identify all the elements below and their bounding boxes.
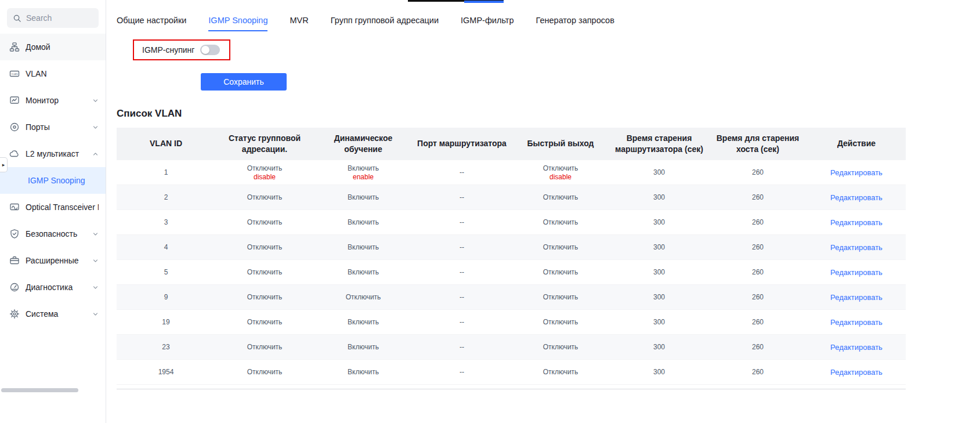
- action-cell: Редактировать: [807, 210, 906, 235]
- host-aging-cell: 260: [708, 335, 807, 360]
- chevron-down-icon: [92, 231, 99, 237]
- vlan-id-cell: 19: [117, 310, 215, 335]
- cell-value: 260: [713, 293, 802, 301]
- sidebar-item-home[interactable]: Домой: [0, 34, 106, 60]
- edit-link[interactable]: Редактировать: [830, 293, 883, 302]
- cell-value: Отключить: [220, 218, 309, 226]
- sidebar-item-advanced[interactable]: Расширенные: [0, 247, 106, 274]
- sidebar-item-optical-transceiver[interactable]: Optical Transceiver Ma: [0, 194, 106, 220]
- cell-value: 300: [614, 293, 704, 301]
- table-row: 5ОтключитьВключить--Отключить300260Редак…: [117, 260, 906, 285]
- router-aging-cell: 300: [610, 185, 708, 210]
- edit-link[interactable]: Редактировать: [830, 343, 883, 352]
- sidebar-item-label: Расширенные: [26, 256, 86, 265]
- host-aging-cell: 260: [708, 160, 807, 185]
- multicast-status-cell: Отключить: [215, 360, 314, 385]
- app-window: Search ДомойVLANVLANМониторПортыL2 мульт…: [0, 0, 980, 423]
- tab-general[interactable]: Общие настройки: [117, 16, 186, 31]
- router-aging-cell: 300: [610, 260, 708, 285]
- edit-link[interactable]: Редактировать: [830, 193, 883, 202]
- sidebar-item-system[interactable]: Система: [0, 301, 106, 327]
- edit-link[interactable]: Редактировать: [830, 243, 883, 252]
- tab-querier[interactable]: Генератор запросов: [536, 16, 614, 31]
- top-edge-artifact-blue: [464, 1, 504, 3]
- sidebar-item-security[interactable]: Безопасность: [0, 220, 106, 247]
- fast-leave-cell: Отключить: [511, 260, 610, 285]
- action-cell: Редактировать: [807, 160, 906, 185]
- cell-value: Отключить: [516, 343, 605, 351]
- cell-value: 260: [713, 343, 802, 351]
- shield-icon: [9, 229, 20, 239]
- sidebar-item-l2-multicast[interactable]: L2 мультикаст: [0, 140, 106, 167]
- router-aging-cell: 300: [610, 310, 708, 335]
- igmp-snooping-toggle[interactable]: [200, 45, 220, 55]
- cell-value: Отключить: [220, 318, 309, 326]
- router-port-cell: --: [413, 210, 511, 235]
- tab-igmp-snooping[interactable]: IGMP Snooping: [208, 16, 267, 31]
- dynamic-learning-cell: Включить: [314, 210, 413, 235]
- search-input[interactable]: Search: [7, 8, 99, 28]
- router-port-cell: --: [413, 310, 511, 335]
- cell-value: 300: [614, 218, 704, 226]
- dynamic-learning-cell: Включить: [314, 335, 413, 360]
- gear-icon: [9, 309, 20, 319]
- cell-value: --: [417, 218, 507, 226]
- cell-value: 300: [614, 168, 704, 176]
- fast-leave-cell: Отключить: [511, 185, 610, 210]
- vlan-icon: VLAN: [9, 68, 20, 79]
- sidebar-item-label: Optical Transceiver Ma: [26, 203, 99, 212]
- column-header-2: Динамическое обучение: [314, 128, 413, 160]
- sidebar-item-label: Диагностика: [26, 283, 86, 292]
- table-bottom-edge: [117, 389, 906, 389]
- tab-multicast-group[interactable]: Групп групповой адресации: [331, 16, 439, 31]
- table-row: 3ОтключитьВключить--Отключить300260Редак…: [117, 210, 906, 235]
- sidebar-item-diagnostics[interactable]: Диагностика: [0, 274, 106, 301]
- sidebar-item-igmp-snooping[interactable]: IGMP Snooping: [0, 167, 106, 194]
- edit-link[interactable]: Редактировать: [830, 168, 883, 177]
- sidebar-item-ports[interactable]: Порты: [0, 114, 106, 140]
- table-row: 4ОтключитьВключить--Отключить300260Редак…: [117, 235, 906, 260]
- cell-value: 300: [614, 343, 704, 351]
- cell-value: 300: [614, 243, 704, 251]
- cell-value: Включить: [319, 343, 408, 351]
- vlan-id-cell: 5: [117, 260, 215, 285]
- vlan-id-cell: 9: [117, 285, 215, 310]
- cell-value: Отключить: [220, 368, 309, 376]
- router-port-cell: --: [413, 235, 511, 260]
- sidebar-item-label: Безопасность: [26, 229, 86, 238]
- tab-igmp-filter[interactable]: IGMP-фильтр: [461, 16, 514, 31]
- cell-value: --: [417, 168, 507, 176]
- dynamic-learning-cell: Отключить: [314, 285, 413, 310]
- router-port-cell: --: [413, 285, 511, 310]
- cell-value: Отключить: [319, 293, 408, 301]
- multicast-status-cell: Отключить: [215, 310, 314, 335]
- cell-value: Отключить: [516, 193, 605, 201]
- fast-leave-cell: Отключить: [511, 310, 610, 335]
- sidebar-horizontal-scrollbar[interactable]: [1, 388, 78, 392]
- sidebar-item-vlan[interactable]: VLANVLAN: [0, 60, 106, 87]
- tab-mvr[interactable]: MVR: [290, 16, 308, 31]
- cell-value: 300: [614, 268, 704, 276]
- fast-leave-cell: Отключить: [511, 360, 610, 385]
- host-aging-cell: 260: [708, 235, 807, 260]
- cell-value: 260: [713, 193, 802, 201]
- cell-value: Отключить: [220, 164, 309, 172]
- sidebar-item-monitor[interactable]: Монитор: [0, 87, 106, 114]
- edit-link[interactable]: Редактировать: [830, 318, 883, 327]
- edit-link[interactable]: Редактировать: [830, 218, 883, 227]
- cell-value: Включить: [319, 164, 408, 172]
- edit-link[interactable]: Редактировать: [830, 268, 883, 277]
- save-button[interactable]: Сохранить: [201, 73, 287, 91]
- sidebar-item-label: VLAN: [26, 69, 99, 78]
- cell-value: Отключить: [220, 243, 309, 251]
- chevron-up-icon: [92, 151, 99, 157]
- sidebar-collapse-handle[interactable]: ▸: [0, 157, 8, 172]
- table-header-row: VLAN IDСтатус групповой адресации.Динами…: [117, 128, 906, 160]
- cell-value: Включить: [319, 368, 408, 376]
- monitor-icon: [9, 95, 20, 106]
- vlan-id-cell: 1954: [117, 360, 215, 385]
- cell-value: Отключить: [220, 293, 309, 301]
- router-aging-cell: 300: [610, 235, 708, 260]
- edit-link[interactable]: Редактировать: [830, 368, 883, 377]
- cell-value: Отключить: [220, 193, 309, 201]
